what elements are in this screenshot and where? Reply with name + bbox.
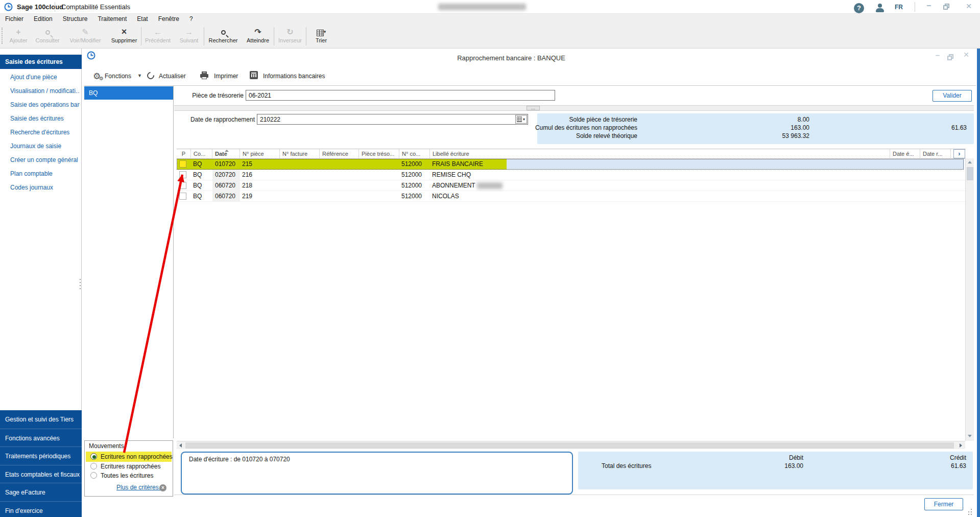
table-vertical-scrollbar[interactable] — [965, 158, 974, 441]
column-header-date-e[interactable]: Date é... — [890, 149, 920, 159]
refresh-icon — [146, 70, 156, 81]
radio-label[interactable]: Ecritures rapprochées — [101, 463, 160, 470]
row-checkbox[interactable] — [179, 171, 186, 178]
debit-value: 163.00 — [705, 462, 803, 469]
date-rapprochement-label: Date de rapprochement — [172, 116, 255, 123]
menu-aide[interactable]: ? — [184, 14, 198, 24]
chevron-down-icon[interactable]: ▼ — [137, 73, 142, 78]
menu-fichier[interactable]: Fichier — [0, 14, 29, 24]
column-header-reference[interactable]: Référence — [320, 149, 359, 159]
toolbar-inverseur-button[interactable]: ↻Inverseur — [274, 26, 306, 47]
valider-button[interactable]: Valider — [933, 90, 972, 102]
scroll-up-icon[interactable] — [968, 161, 972, 163]
sidebar-item-codes-journaux[interactable]: Codes journaux — [10, 184, 80, 194]
row-checkbox[interactable] — [179, 160, 186, 168]
plus-de-criteres-link[interactable]: Plus de critères... — [116, 484, 164, 491]
resize-grip[interactable] — [967, 509, 973, 515]
radio-toutes-ecritures[interactable] — [90, 472, 97, 479]
informations-bancaires-button[interactable]: Informations bancaires — [263, 73, 325, 80]
minimize-button[interactable]: – — [923, 1, 935, 12]
sidebar-item-plan-comptable[interactable]: Plan comptable — [10, 170, 80, 180]
sidebar-section-fonctions-avancees[interactable]: Fonctions avancées — [0, 429, 82, 447]
sidebar-item-operations-bancaires[interactable]: Saisie des opérations ban... — [10, 101, 80, 111]
toolbar-consulter-button[interactable]: Consulter — [32, 26, 63, 47]
cell-compte: 512000 — [401, 159, 422, 170]
toolbar-voir-modifier-button[interactable]: ✎Voir/Modifier — [63, 26, 107, 47]
actualiser-button[interactable]: Actualiser — [159, 73, 186, 80]
window-minimize-button[interactable]: – — [933, 51, 943, 61]
toolbar-drag-handle[interactable] — [2, 28, 3, 44]
table-row[interactable]: BQ 060720 219 512000 NICOLAS — [177, 191, 965, 202]
radio-label[interactable]: Toutes les écritures — [101, 472, 153, 479]
scroll-down-icon[interactable] — [968, 435, 972, 437]
scroll-right-icon[interactable] — [960, 443, 962, 448]
sidebar-section-gestion-tiers[interactable]: Gestion et suivi des Tiers — [0, 410, 82, 429]
toolbar-ajouter-button[interactable]: +Ajouter — [5, 26, 32, 47]
menu-edition[interactable]: Edition — [29, 14, 58, 24]
sidebar-section-fin-exercice[interactable]: Fin d'exercice — [0, 501, 82, 517]
piece-tresorerie-input[interactable] — [246, 90, 555, 101]
table-row[interactable]: BQ 060720 218 512000 ABONNEMENT — [177, 180, 965, 191]
table-row[interactable]: BQ 010720 215 512000 FRAIS BANCAIRE — [177, 159, 965, 170]
column-header-piece-treso[interactable]: Pièce tréso... — [359, 149, 399, 159]
toolbar-trier-button[interactable]: ▾Trier — [306, 26, 336, 47]
clear-criteria-icon[interactable]: × — [159, 484, 166, 491]
sidebar-section-sage-efacture[interactable]: Sage eFacture — [0, 483, 82, 501]
column-header-npiece[interactable]: N° pièce — [240, 149, 280, 159]
summary-label: Cumul des écritures non rapprochées — [460, 124, 637, 131]
sidebar-section-traitements-periodiques[interactable]: Traitements périodiques — [0, 447, 82, 465]
window-title: Rapprochement bancaire : BANQUE — [317, 54, 705, 62]
sidebar-item-visualisation[interactable]: Visualisation / modificati... — [10, 87, 80, 98]
horizontal-splitter[interactable]: … — [174, 105, 974, 111]
toolbar-rechercher-button[interactable]: Rechercher — [204, 26, 242, 47]
splitter-handle[interactable]: … — [527, 106, 540, 110]
fermer-button[interactable]: Fermer — [924, 498, 963, 510]
column-header-code[interactable]: Co... — [191, 149, 212, 159]
radio-ecritures-rapprochees[interactable] — [90, 463, 97, 469]
row-checkbox[interactable] — [179, 182, 186, 189]
user-icon[interactable] — [875, 4, 886, 13]
radio-label[interactable]: Ecritures non rapprochées — [101, 453, 173, 460]
maximize-button[interactable] — [943, 4, 950, 10]
close-button[interactable]: × — [963, 1, 974, 13]
sidebar-splitter-handle[interactable] — [80, 279, 81, 294]
column-header-p[interactable]: P — [177, 149, 191, 159]
toolbar-precedent-button[interactable]: ←Précédent — [141, 26, 174, 47]
scroll-left-icon[interactable] — [179, 443, 182, 448]
menu-etat[interactable]: Etat — [132, 14, 153, 24]
sidebar-item-recherche-ecritures[interactable]: Recherche d'écritures — [10, 129, 80, 139]
scrollbar-thumb[interactable] — [185, 442, 954, 449]
toolbar-supprimer-button[interactable]: ×Supprimer — [107, 26, 141, 47]
column-header-libelle[interactable]: Libellé écriture — [430, 149, 890, 159]
scrollbar-thumb[interactable] — [967, 167, 973, 180]
table-row[interactable]: BQ 020720 216 512000 REMISE CHQ — [177, 170, 965, 180]
cell-libelle: FRAIS BANCAIRE — [432, 159, 483, 170]
cell-piece: 219 — [242, 191, 252, 202]
arrow-right-icon: → — [185, 28, 193, 37]
sidebar-item-journaux-saisie[interactable]: Journaux de saisie — [10, 143, 80, 153]
help-icon[interactable]: ? — [854, 3, 864, 13]
fonctions-button[interactable]: Fonctions — [105, 73, 131, 80]
menu-structure[interactable]: Structure — [58, 14, 93, 24]
column-header-nfacture[interactable]: N° facture — [280, 149, 320, 159]
column-header-ncompte[interactable]: N° co... — [399, 149, 430, 159]
menu-fenetre[interactable]: Fenêtre — [153, 14, 184, 24]
menu-traitement[interactable]: Traitement — [92, 14, 132, 24]
sage-logo-icon — [4, 3, 13, 11]
sidebar-section-etats-comptables[interactable]: Etats comptables et fiscaux — [0, 465, 82, 483]
column-header-date-r[interactable]: Date r... — [920, 149, 951, 159]
sidebar-item-ajout-piece[interactable]: Ajout d'une pièce — [10, 74, 80, 84]
row-checkbox[interactable] — [179, 193, 186, 200]
sidebar-item-saisie-ecritures[interactable]: Saisie des écritures — [10, 115, 80, 125]
radio-ecritures-non-rapprochees[interactable] — [90, 453, 97, 460]
language-selector[interactable]: FR — [895, 4, 903, 11]
cell-date: 010720 — [215, 159, 235, 170]
imprimer-button[interactable]: Imprimer — [214, 73, 238, 80]
column-scroll-right-button[interactable]: › — [953, 149, 965, 158]
table-horizontal-scrollbar[interactable] — [177, 441, 965, 449]
toolbar-suivant-button[interactable]: →Suivant — [174, 26, 204, 47]
window-restore-button[interactable] — [947, 54, 954, 61]
window-close-button[interactable]: × — [961, 49, 972, 61]
sidebar-item-creer-compte[interactable]: Créer un compte général — [10, 156, 80, 167]
toolbar-atteindre-button[interactable]: ↷Atteindre — [242, 26, 274, 47]
